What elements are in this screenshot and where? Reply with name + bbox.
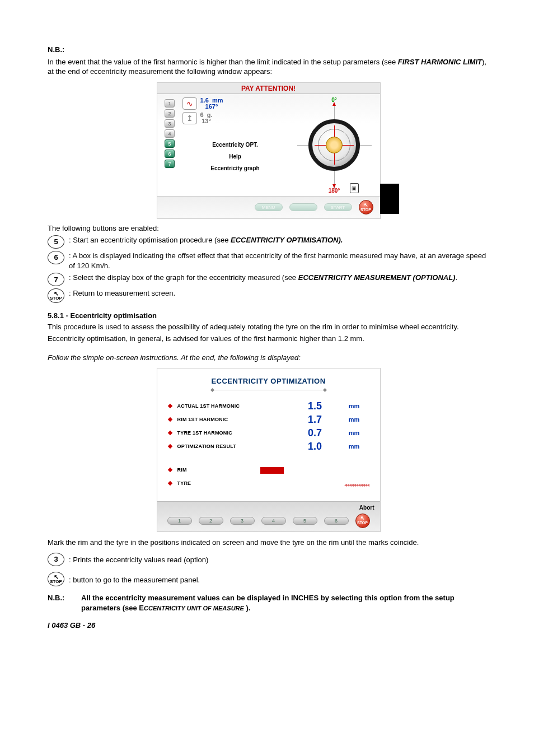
oval-3: 3: [48, 553, 64, 566]
menu-eccentricity-graph[interactable]: Eccentricity graph: [182, 162, 288, 174]
row-actual-1st-harmonic: ACTUAL 1ST HARMONIC: [166, 399, 293, 413]
left-number-column: 1 2 3 4 5 6 7: [157, 94, 182, 196]
row-tyre-1st-harmonic: TYRE 1ST HARMONIC: [166, 426, 293, 440]
intro-first-harmonic-limit: FIRST HARMONIC LIMIT: [398, 58, 482, 66]
pay-attention-window: PAY ATTENTION! 1 2 3 4 5 6 7 ∿ 1.6 mm 16…: [157, 82, 381, 219]
menu-button[interactable]: MENU: [255, 203, 283, 211]
row1-unit: mm: [338, 413, 371, 426]
row-button-7: 7 : Select the display box of the graph …: [48, 273, 489, 286]
nb-heading: N.B.:: [48, 45, 489, 55]
pill-6[interactable]: 6: [324, 517, 349, 525]
pill-3[interactable]: 3: [230, 517, 255, 525]
diamond-icon: [167, 404, 172, 408]
row2-value: 0.7: [293, 426, 338, 440]
row0-label: ACTUAL 1ST HARMONIC: [177, 403, 240, 409]
num-5[interactable]: 5: [165, 139, 175, 148]
diamond-icon: [167, 431, 172, 435]
wave-icon: ∿: [182, 97, 197, 110]
section-heading: 5.8.1 - Eccentricity optimisation: [48, 311, 489, 321]
metric-weight: ↥ 6 g. 13°: [182, 112, 288, 124]
stop-button[interactable]: STOP: [359, 200, 373, 214]
diamond-icon: [167, 417, 172, 422]
row-rim: RIM: [166, 463, 228, 477]
diamond-icon: [167, 481, 172, 486]
page-footer: I 0463 GB - 26: [48, 620, 489, 631]
num-7[interactable]: 7: [165, 160, 175, 168]
pill-4[interactable]: 4: [261, 517, 286, 525]
row1-label: RIM 1ST HARMONIC: [177, 416, 228, 423]
wheel-hub-icon: [326, 137, 343, 153]
stop-oval-label: STOP: [50, 296, 62, 301]
intro-paragraph: In the event that the value of the first…: [48, 57, 489, 77]
metric-harmonic: ∿ 1.6 mm 167°: [182, 97, 288, 110]
b5-text-b: ECCENTRICITY OPTIMISATION).: [231, 236, 343, 244]
rim-bar: [260, 467, 284, 474]
row-button-3: 3 : Prints the eccentricity values read …: [48, 553, 489, 566]
row3-label: OPTIMIZATION RESULT: [177, 443, 236, 450]
one-eighty-degree-label: 180°: [329, 187, 340, 195]
rim-bar-row: [228, 463, 371, 478]
metric1-angle: 167°: [205, 103, 218, 110]
mark-instruction: Mark the rim and the tyre in the positio…: [48, 538, 489, 548]
stop-button-label: STOP: [359, 208, 373, 212]
abort-label: Abort: [163, 504, 374, 514]
rim-label: RIM: [177, 466, 187, 473]
stop-oval: STOP: [48, 288, 64, 303]
row-optimization-result: OPTIMIZATION RESULT: [166, 440, 293, 453]
metric2-angle: 13°: [202, 118, 211, 124]
eccentricity-optimization-window: ECCENTRICITY OPTIMIZATION ACTUAL 1ST HAR…: [157, 368, 381, 531]
enabled-intro: The following buttons are enabled:: [48, 223, 489, 234]
intro-text-a: In the event that the value of the first…: [48, 58, 398, 66]
stop-button-2[interactable]: STOP: [355, 514, 370, 528]
num-6[interactable]: 6: [165, 150, 175, 158]
section-p3: Follow the simple on-screen instructions…: [48, 353, 489, 363]
pill-2[interactable]: 2: [199, 517, 223, 525]
row-rim-1st-harmonic: RIM 1ST HARMONIC: [166, 413, 293, 426]
stop-text-2: : button to go to the measurement panel.: [69, 572, 200, 585]
save-icon[interactable]: ▣: [350, 183, 359, 193]
title-divider: [213, 390, 325, 390]
wheel-icon: [308, 119, 360, 171]
mid-button[interactable]: [289, 203, 317, 211]
row-tyre: TYRE: [166, 477, 228, 490]
menu-eccentricity-opt[interactable]: Eccentricity OPT.: [182, 139, 288, 151]
row0-unit: mm: [338, 399, 371, 413]
arrow-top-icon: [332, 102, 336, 106]
bottom-toolbar: ▣ MENU START STOP: [157, 196, 380, 218]
nb-block-2: N.B.: All the eccentricity measurement v…: [48, 593, 489, 613]
oval-6: 6: [48, 251, 64, 264]
b7-text-b: ECCENTRICITY MEASUREMENT (OPTIONAL): [298, 273, 456, 282]
bottom-button-row: 1 2 3 4 5 6 STOP: [163, 514, 374, 528]
row3-unit: mm: [338, 440, 371, 453]
start-button[interactable]: START: [324, 203, 352, 211]
b7-text-a: : Select the display box of the graph fo…: [69, 273, 298, 282]
tyre-bar-row: ◂◂◂◂◂◂◂◂◂◂◂: [228, 478, 371, 492]
row3-value: 1.0: [293, 440, 338, 453]
stop-button-2-label: STOP: [356, 521, 369, 525]
eccentricity-optimization-screenshot: ECCENTRICITY OPTIMIZATION ACTUAL 1ST HAR…: [48, 368, 489, 531]
num-4: 4: [165, 129, 175, 138]
oval-7: 7: [48, 273, 64, 286]
nb2-text-a: All the eccentricity measurement values …: [81, 594, 455, 612]
row-button-stop-2: STOP : button to go to the measurement p…: [48, 572, 489, 586]
row-button-6: 6 : A box is displayed indicating the of…: [48, 251, 489, 270]
num-1: 1: [165, 99, 175, 108]
row0-value: 1.5: [293, 399, 338, 413]
b5-text-a: : Start an eccentricity optimisation pro…: [69, 236, 231, 244]
menu-help[interactable]: Help: [182, 151, 288, 162]
screenshot-black-edge: [380, 184, 399, 214]
pay-attention-title: PAY ATTENTION!: [157, 83, 380, 94]
pill-1[interactable]: 1: [167, 517, 192, 525]
nb2-text-b: CCENTRICITY UNIT OF MEASURE: [144, 605, 244, 612]
nb2-label: N.B.:: [48, 593, 81, 613]
diamond-icon: [167, 468, 172, 472]
row-button-stop: STOP : Return to measurement screen.: [48, 288, 489, 303]
b7-text-c: .: [455, 273, 457, 282]
pill-5[interactable]: 5: [293, 517, 317, 525]
section-p1: This procedure is used to assess the pos…: [48, 322, 489, 332]
section-p2: Eccentricity optimisation, in general, i…: [48, 334, 489, 344]
num-2: 2: [165, 109, 175, 118]
pay-attention-screenshot: PAY ATTENTION! 1 2 3 4 5 6 7 ∿ 1.6 mm 16…: [48, 82, 489, 219]
tyre-label: TYRE: [177, 480, 191, 487]
weight-icon: ↥: [182, 112, 197, 124]
